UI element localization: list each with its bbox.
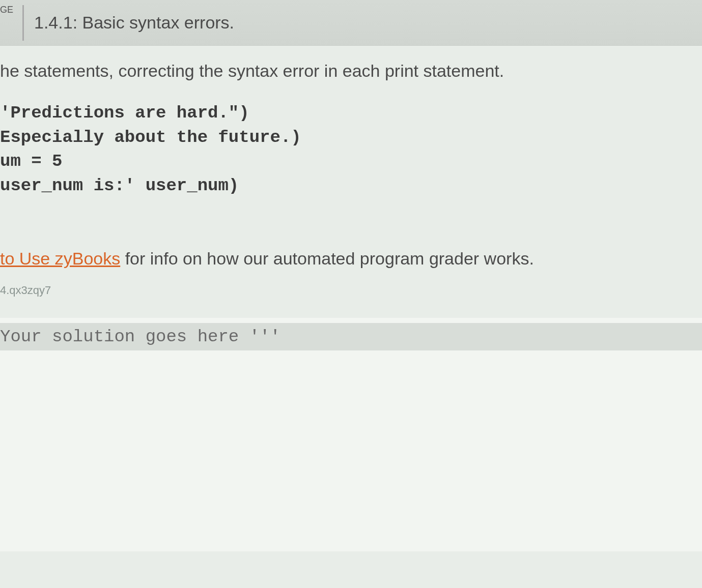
exercise-id: 4.qx3zqy7 (0, 284, 702, 297)
section-title: 1.4.1: Basic syntax errors. (34, 13, 234, 33)
help-text: for info on how our automated program gr… (120, 249, 534, 268)
content-area: he statements, correcting the syntax err… (0, 46, 702, 551)
header-divider (22, 5, 24, 41)
code-editor[interactable]: Your solution goes here ''' (0, 317, 702, 551)
help-link-section: to Use zyBooks for info on how our autom… (0, 249, 702, 269)
code-line-1: 'Predictions are hard.") (0, 103, 249, 123)
editor-placeholder-text: Your solution goes here ''' (0, 327, 280, 346)
code-line-2: Especially about the future.) (0, 128, 301, 147)
code-line-4: user_num is:' user_num) (0, 176, 239, 195)
challenge-badge: GE (0, 5, 17, 15)
example-code-block: 'Predictions are hard.") Especially abou… (0, 101, 702, 198)
code-line-3: um = 5 (0, 152, 62, 171)
instruction-text: he statements, correcting the syntax err… (0, 61, 702, 81)
editor-current-line[interactable]: Your solution goes here ''' (0, 323, 702, 350)
how-to-use-zybooks-link[interactable]: to Use zyBooks (0, 249, 120, 268)
header-bar: GE 1.4.1: Basic syntax errors. (0, 0, 702, 46)
